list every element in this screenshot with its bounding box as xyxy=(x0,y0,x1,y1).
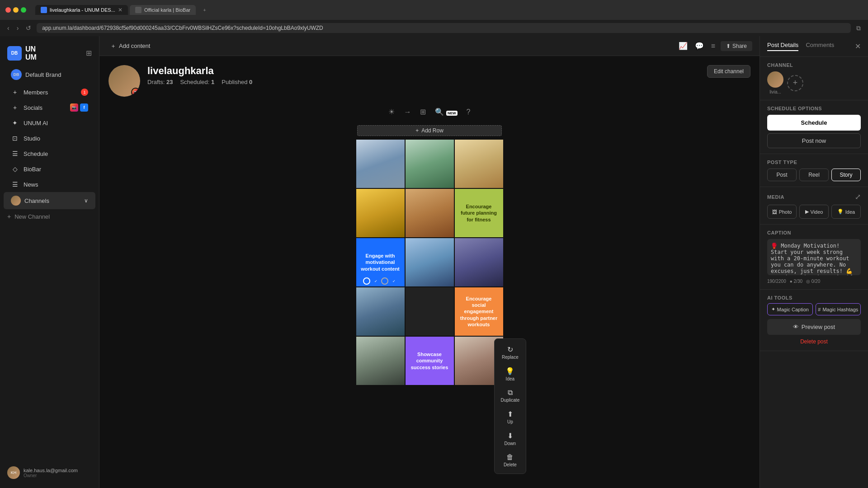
add-row-label: Add Row xyxy=(421,127,443,134)
post-cell-2[interactable] xyxy=(455,140,503,188)
media-video-button[interactable]: ▶ Video xyxy=(799,205,829,219)
channel-section: Channel livia... + xyxy=(760,57,868,100)
tab-new[interactable]: + xyxy=(198,5,211,15)
cell-dot-circle[interactable] xyxy=(363,277,370,285)
feed-area: 📷 livelaughkarla Drafts: 23 Scheduled: 1 xyxy=(99,56,760,488)
tab-post-details[interactable]: Post Details xyxy=(767,42,798,51)
post-cell-7[interactable] xyxy=(406,238,454,286)
grid-view-icon[interactable]: ⊞ xyxy=(418,106,428,118)
sidebar-item-unum-ai[interactable]: ✦ UNUM AI xyxy=(4,115,95,131)
delete-button[interactable]: 🗑 Delete xyxy=(500,450,520,470)
post-cell-5[interactable]: Encourage future planning for fitness xyxy=(455,189,503,237)
sidebar-collapse-button[interactable]: ⊞ xyxy=(86,49,92,57)
back-button[interactable]: ‹ xyxy=(5,23,11,33)
replace-button[interactable]: ↻ Replace xyxy=(498,343,522,362)
sidebar-item-brand[interactable]: DB Default Brand xyxy=(4,66,95,83)
url-bar[interactable] xyxy=(37,23,851,33)
comment-icon[interactable]: 💬 xyxy=(693,40,706,52)
delete-label: Delete xyxy=(504,462,517,467)
channels-avatar xyxy=(11,196,21,206)
add-content-button[interactable]: ＋ Add content xyxy=(107,40,154,52)
sidebar-item-new-channel[interactable]: + New Channel xyxy=(0,209,99,224)
search-zoom-icon[interactable]: 🔍 NEW xyxy=(433,106,459,118)
user-role: Owner xyxy=(24,473,78,478)
post-cell-1[interactable] xyxy=(406,140,454,188)
expand-icon[interactable]: ⤢ xyxy=(855,192,861,201)
close-panel-button[interactable]: ✕ xyxy=(855,42,861,51)
type-post-button[interactable]: Post xyxy=(767,169,797,181)
add-row-button[interactable]: + Add Row xyxy=(357,125,502,136)
profile-stats: Drafts: 23 Scheduled: 1 Published 0 xyxy=(147,79,700,85)
post-cell-9[interactable] xyxy=(356,287,405,336)
add-channel-button[interactable]: + xyxy=(787,75,803,91)
media-photo-button[interactable]: 🖼 Photo xyxy=(767,205,797,219)
share-button[interactable]: ⬆ Share xyxy=(721,41,752,51)
profile-header: 📷 livelaughkarla Drafts: 23 Scheduled: 1 xyxy=(108,65,750,97)
post-cell-13[interactable]: Showcase community success stories xyxy=(406,337,454,385)
idea-icon: 💡 xyxy=(505,367,514,375)
magic-caption-button[interactable]: ✦ Magic Caption xyxy=(767,303,813,315)
schedule-icon: ☰ xyxy=(11,150,19,158)
reload-button[interactable]: ↺ xyxy=(24,23,33,33)
caption-textarea[interactable]: 🥊 Monday Motivation! Start your week str… xyxy=(767,239,861,275)
sidebar-item-schedule[interactable]: ☰ Schedule xyxy=(4,146,95,161)
scheduled-label: Scheduled: 1 xyxy=(180,79,214,85)
tab-biobar[interactable]: Official karla | BioBar xyxy=(130,5,196,15)
tab-close-unum[interactable]: ✕ xyxy=(118,7,123,13)
channel-name: livia... xyxy=(769,89,781,94)
url-bar-row: ‹ › ↺ ⧉ xyxy=(0,20,868,36)
duplicate-button[interactable]: ⧉ Duplicate xyxy=(497,386,524,405)
type-reel-button[interactable]: Reel xyxy=(799,169,829,181)
cell-dot-filled[interactable]: ✓ xyxy=(372,277,379,285)
idea-button[interactable]: 💡 Idea xyxy=(502,364,518,384)
magic-hashtags-button[interactable]: # Magic Hashtags xyxy=(816,303,861,315)
tab-unum[interactable]: livelaughkarla - UNUM DES... ✕ xyxy=(35,5,128,15)
post-cell-12[interactable] xyxy=(356,337,405,385)
sidebar-item-news[interactable]: ☰ News xyxy=(4,177,95,192)
post-cell-0[interactable] xyxy=(356,140,405,188)
sidebar-item-channels[interactable]: Channels ∨ xyxy=(4,192,95,209)
close-dot[interactable] xyxy=(5,7,11,13)
sidebar-item-members[interactable]: + Members 1 xyxy=(4,84,95,100)
sidebar-bottom: KH kale.haus.la@gmail.com Owner xyxy=(0,463,99,483)
tab-comments[interactable]: Comments xyxy=(806,42,834,51)
list-icon[interactable]: ≡ xyxy=(709,40,717,52)
replace-label: Replace xyxy=(502,355,519,360)
forward-button[interactable]: › xyxy=(15,23,21,33)
maximize-dot[interactable] xyxy=(21,7,26,13)
post-cell-6[interactable]: Engage with motivational workout content… xyxy=(356,238,405,286)
up-button[interactable]: ⬆ Up xyxy=(504,407,517,427)
post-cell-3[interactable] xyxy=(356,189,405,237)
post-cell-8[interactable] xyxy=(455,238,503,286)
cell-dot-check[interactable]: ✓ xyxy=(390,277,397,285)
media-idea-button[interactable]: 💡 Idea xyxy=(831,205,861,219)
cell-dot-wave[interactable] xyxy=(381,277,388,285)
help-icon[interactable]: ? xyxy=(465,106,472,118)
down-button[interactable]: ⬇ Down xyxy=(501,429,520,449)
post-cell-4[interactable] xyxy=(406,189,454,237)
preview-post-button[interactable]: 👁 Preview post xyxy=(767,319,861,335)
delete-post-button[interactable]: Delete post xyxy=(767,338,861,345)
post-cell-11[interactable]: Encourage social engagement through part… xyxy=(455,287,503,336)
sidebar-item-studio[interactable]: ⊡ Studio xyxy=(4,131,95,146)
arrow-right-icon[interactable]: → xyxy=(402,106,413,118)
minimize-dot[interactable] xyxy=(13,7,19,13)
add-content-plus-icon: ＋ xyxy=(110,42,116,50)
post-cell-10[interactable] xyxy=(406,287,454,336)
brightness-icon[interactable]: ☀ xyxy=(387,106,396,118)
type-story-button[interactable]: Story xyxy=(831,169,861,181)
extensions-icon[interactable]: ⧉ xyxy=(854,23,863,33)
edit-channel-button[interactable]: Edit channel xyxy=(707,65,750,78)
schedule-button[interactable]: Schedule xyxy=(767,115,861,131)
right-panel: Post Details Comments ✕ Channel livia...… xyxy=(760,36,868,488)
members-label: Members xyxy=(24,89,48,96)
post-grid: Encourage future planning for fitness En… xyxy=(356,140,503,385)
channel-avatar[interactable] xyxy=(767,71,783,88)
chart-icon[interactable]: 📈 xyxy=(677,40,689,52)
sidebar-item-biobar[interactable]: ◇ BioBar xyxy=(4,161,95,177)
share-label: Share xyxy=(732,43,747,49)
browser-toolbar: ⧉ xyxy=(854,23,863,33)
sidebar-item-socials[interactable]: + Socials 📷 f xyxy=(4,100,95,115)
post-now-button[interactable]: Post now xyxy=(767,133,861,148)
cell-image-athlete xyxy=(455,238,503,286)
